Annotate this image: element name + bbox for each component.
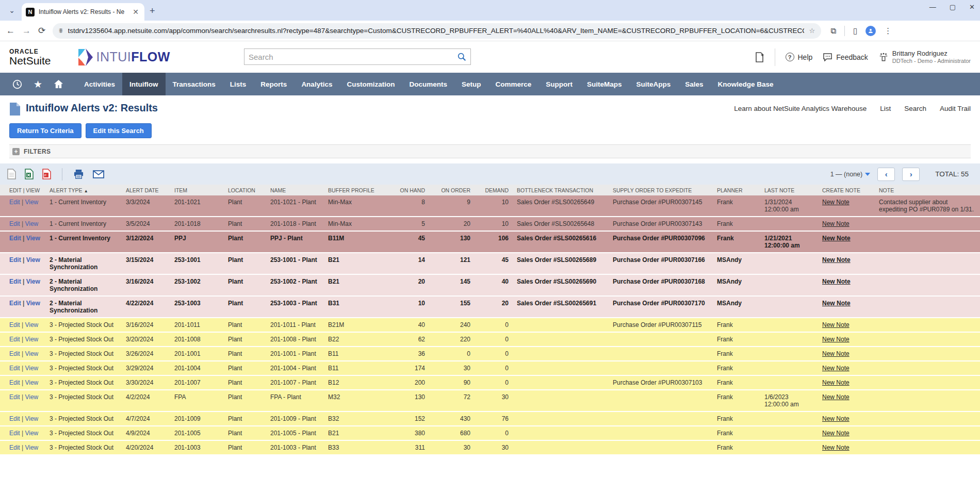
nav-item-documents[interactable]: Documents [402,73,454,95]
browser-tab[interactable]: N Intuiflow Alerts v2: Results - Ne ✕ [22,3,144,21]
nav-item-commerce[interactable]: Commerce [488,73,538,95]
view-link[interactable]: View [25,444,38,451]
print-icon[interactable] [73,169,84,179]
new-note-link[interactable]: New Note [822,379,850,386]
link-audit-trail[interactable]: Audit Trail [940,105,971,112]
export-excel-icon[interactable] [25,169,34,179]
col-header-item[interactable]: ITEM [170,185,224,195]
view-link[interactable]: View [26,235,40,242]
view-link[interactable]: View [25,220,38,227]
edit-link[interactable]: Edit [9,321,20,328]
col-header-editview[interactable]: EDIT | VIEW [0,185,45,195]
col-header-planner[interactable]: PLANNER [713,185,760,195]
nav-item-sales[interactable]: Sales [678,73,710,95]
page-range-dropdown[interactable]: 1 — (none) [830,171,871,178]
recent-records-clock-icon[interactable] [12,79,22,89]
view-link[interactable]: View [26,256,40,264]
window-maximize-button[interactable]: ▢ [950,3,956,11]
nav-item-suiteapps[interactable]: SuiteApps [629,73,678,95]
link-list[interactable]: List [880,105,891,112]
nav-item-reports[interactable]: Reports [253,73,294,95]
col-header-on_order[interactable]: ON ORDER [429,185,475,195]
quick-add-icon[interactable] [754,52,764,63]
view-link[interactable]: View [25,321,38,328]
oracle-netsuite-logo[interactable]: ORACLE NetSuite [9,48,51,66]
bookmark-star-icon[interactable]: ☆ [809,27,815,35]
col-header-note[interactable]: NOTE [875,185,980,195]
col-header-last_note[interactable]: LAST NOTE [760,185,818,195]
global-search-box[interactable] [244,48,471,65]
browser-menu-icon[interactable]: ⋮ [884,26,892,36]
col-header-demand[interactable]: DEMAND [475,185,513,195]
global-search-input[interactable] [249,53,458,61]
edit-link[interactable]: Edit [9,365,20,372]
nav-item-activities[interactable]: Activities [77,73,122,95]
window-close-button[interactable]: ✕ [969,3,975,11]
new-note-link[interactable]: New Note [822,350,850,357]
nav-item-setup[interactable]: Setup [454,73,488,95]
next-page-button[interactable]: › [902,168,920,181]
new-note-link[interactable]: New Note [822,365,850,372]
new-tab-button[interactable]: + [150,6,155,17]
nav-item-intuiflow[interactable]: Intuiflow [122,73,165,95]
view-link[interactable]: View [25,336,38,343]
new-note-link[interactable]: New Note [822,321,850,328]
view-link[interactable]: View [25,393,38,401]
view-link[interactable]: View [25,379,38,386]
roles-menu[interactable]: Brittany Rodriguez DDTech - Demo - Admin… [878,50,971,65]
edit-link[interactable]: Edit [9,256,21,264]
new-note-link[interactable]: New Note [822,235,851,242]
home-icon[interactable] [54,79,63,89]
view-link[interactable]: View [26,300,40,307]
col-header-supply_order[interactable]: SUPPLY ORDER TO EXPEDITE [609,185,713,195]
edit-link[interactable]: Edit [9,278,21,285]
edit-link[interactable]: Edit [9,430,20,437]
new-note-link[interactable]: New Note [822,256,851,264]
col-header-on_hand[interactable]: ON HAND [387,185,429,195]
nav-item-customization[interactable]: Customization [339,73,402,95]
edit-link[interactable]: Edit [9,336,20,343]
site-settings-icon[interactable]: ⩨ [59,27,62,35]
export-csv-icon[interactable] [7,169,16,179]
new-note-link[interactable]: New Note [822,220,850,227]
nav-item-knowledge-base[interactable]: Knowledge Base [711,73,781,95]
col-header-buffer_profile[interactable]: BUFFER PROFILE [324,185,387,195]
side-panel-icon[interactable]: ▯ [853,26,857,36]
view-link[interactable]: View [25,430,38,437]
nav-item-analytics[interactable]: Analytics [294,73,339,95]
edit-this-search-button[interactable]: Edit this Search [86,123,152,138]
edit-link[interactable]: Edit [9,379,20,386]
link-search[interactable]: Search [904,105,926,112]
new-note-link[interactable]: New Note [822,278,851,285]
new-note-link[interactable]: New Note [822,300,851,307]
intuiflow-logo[interactable]: INTUIFLOW [78,48,170,66]
edit-link[interactable]: Edit [9,235,21,242]
prev-page-button[interactable]: ‹ [877,168,895,181]
view-link[interactable]: View [26,278,40,285]
address-bar[interactable]: ⩨ tstdrv1235604.app.netsuite.com/app/com… [53,23,821,39]
search-icon[interactable] [458,53,466,61]
back-icon[interactable]: ← [6,26,15,36]
email-icon[interactable] [93,170,104,178]
feedback-button[interactable]: Feedback [823,53,868,61]
col-header-alert_date[interactable]: ALERT DATE [122,185,170,195]
col-header-alert_type[interactable]: ALERT TYPE▲ [45,185,122,195]
new-note-link[interactable]: New Note [822,444,850,451]
edit-link[interactable]: Edit [9,415,20,422]
return-to-criteria-button[interactable]: Return To Criteria [9,123,81,138]
window-minimize-button[interactable]: — [929,3,936,11]
view-link[interactable]: View [25,365,38,372]
edit-link[interactable]: Edit [9,350,20,357]
nav-item-suitemaps[interactable]: SuiteMaps [580,73,629,95]
new-note-link[interactable]: New Note [822,415,850,422]
filters-expander[interactable]: + FILTERS [9,144,971,158]
edit-link[interactable]: Edit [9,220,20,227]
col-header-location[interactable]: LOCATION [224,185,266,195]
view-link[interactable]: View [25,199,38,206]
nav-item-lists[interactable]: Lists [223,73,254,95]
new-note-link[interactable]: New Note [822,430,850,437]
new-note-link[interactable]: New Note [822,336,850,343]
export-pdf-icon[interactable]: P [42,169,51,179]
edit-link[interactable]: Edit [9,444,20,451]
new-note-link[interactable]: New Note [822,199,850,206]
